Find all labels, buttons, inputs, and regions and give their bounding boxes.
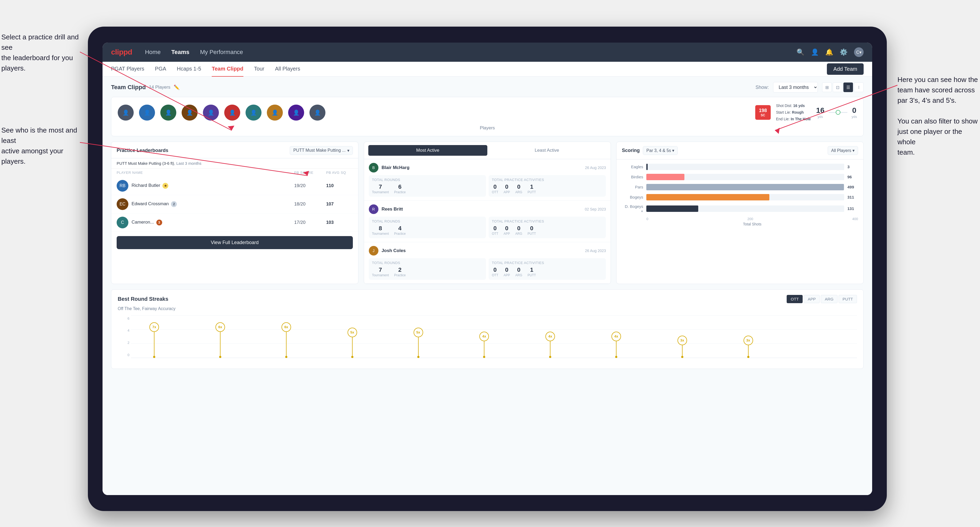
pin-marker-2: 6x [282, 322, 291, 358]
lb-avatar-3: C [117, 217, 128, 229]
lb-avg-2: 107 [326, 202, 353, 207]
pin-marker-3: 5x [347, 328, 357, 358]
show-select[interactable]: Last 3 months Last 6 months Last year [773, 82, 818, 93]
bar-row-bogeys: Bogeys 311 [622, 194, 858, 200]
annotation-top-left: Select a practice drill and seethe leade… [2, 32, 81, 73]
subnav-all-players[interactable]: All Players [275, 62, 300, 77]
players-label: Players [118, 125, 857, 131]
view-list-icon[interactable]: ☰ [843, 83, 853, 92]
scoring-header: Scoring Par 3, 4 & 5s ▾ All Players ▾ [616, 142, 863, 159]
nav-item-performance[interactable]: My Performance [200, 46, 243, 58]
tab-least-active[interactable]: Least Active [487, 145, 606, 156]
view-full-leaderboard-button[interactable]: View Full Leaderboard [117, 236, 353, 249]
pin-marker-6: 4x [546, 332, 555, 358]
lb-name-3: Cameron... [132, 220, 154, 225]
pin-markers: 7x 6x 6x 5x 5x 4x 4x 4x 3x 3x [131, 316, 857, 358]
activity-player-row-2: R Rees Britt 02 Sep 2023 [369, 205, 606, 214]
toggle-tabs: Most Active Least Active [364, 142, 611, 159]
team-title: Team Clippd 14 Players ✏️ [111, 84, 180, 91]
lb-row-1: RB Richard Butler ★ 19/20 110 [111, 177, 358, 195]
activity-player-2: R Rees Britt 02 Sep 2023 Total Rounds 8 [364, 201, 611, 242]
player-avatar-9[interactable]: 👤 [288, 105, 304, 121]
player-avatar-8[interactable]: 👤 [267, 105, 283, 121]
act-rounds-vals-1: 7 Tournament 6 Practice [372, 183, 483, 194]
streaks-filter-ott[interactable]: OTT [787, 295, 803, 303]
player-avatar-1[interactable]: 👤 [118, 105, 134, 121]
act-stats-2: Total Rounds 8 Tournament 4 Practice [369, 217, 606, 238]
activity-player-row-1: B Blair McHarg 26 Aug 2023 [369, 163, 606, 173]
bar-chart: Eagles 3 Birdies 96 Pars 499 Bogeys 311 … [616, 159, 863, 230]
pin-marker-4: 5x [414, 328, 423, 358]
act-activities-group-3: Total Practice Activities 0 OTT 0 APP [488, 258, 606, 280]
avatar[interactable]: C▾ [854, 48, 864, 57]
subnav-team-clippd[interactable]: Team Clippd [212, 62, 243, 77]
player-avatar-4[interactable]: 👤 [181, 105, 197, 121]
act-avatar-2: R [369, 205, 379, 214]
nav-item-home[interactable]: Home [145, 46, 161, 58]
player-avatar-2[interactable]: 👤 [139, 105, 155, 121]
navbar: clippd Home Teams My Performance 🔍 👤 🔔 ⚙… [103, 43, 872, 62]
lb-badge-2: 2 [171, 201, 177, 207]
lb-avatar-1: RB [117, 180, 128, 192]
main-content: Team Clippd 14 Players ✏️ Show: Last 3 m… [103, 77, 872, 495]
player-avatar-6[interactable]: 👤 [224, 105, 240, 121]
act-stats-3: Total Rounds 7 Tournament 2 Practice [369, 258, 606, 280]
tab-most-active[interactable]: Most Active [368, 145, 487, 156]
pin-marker-5: 4x [479, 332, 489, 358]
subnav-pgat[interactable]: PGAT Players [111, 62, 144, 77]
act-date-1: 26 Aug 2023 [585, 165, 606, 170]
leaderboard-filter[interactable]: PUTT Must Make Putting ... ▾ [290, 146, 353, 155]
lb-name-1: Richard Butler [132, 183, 160, 188]
search-icon[interactable]: 🔍 [797, 48, 805, 56]
bar-row-pars: Pars 499 [622, 184, 858, 190]
player-avatar-7[interactable]: 👤 [245, 105, 261, 121]
streaks-filter-putt[interactable]: PUTT [838, 295, 857, 303]
act-name-1: Blair McHarg [382, 165, 582, 170]
chart-x-axis: 0 200 400 [622, 217, 858, 221]
bell-icon[interactable]: 🔔 [825, 48, 833, 56]
scoring-filter-players[interactable]: All Players ▾ [828, 146, 858, 155]
chart-x-label: Total Shots [622, 222, 858, 226]
practice-leaderboard-card: Practice Leaderboards PUTT Must Make Put… [111, 141, 358, 284]
lb-player-1: RB Richard Butler ★ [117, 180, 294, 192]
view-grid-icon[interactable]: ⊞ [822, 83, 832, 92]
act-rounds-label-1: Total Rounds [372, 178, 483, 182]
lb-badge-1: ★ [162, 183, 168, 189]
view-grid2-icon[interactable]: ⊡ [833, 83, 842, 92]
activity-player-3: J Josh Coles 26 Aug 2023 Total Rounds 7 [364, 242, 611, 284]
player-avatar-10[interactable]: 👤 [309, 105, 325, 121]
leaderboard-title: Practice Leaderboards [117, 148, 168, 153]
view-icons: ⊞ ⊡ ☰ ⫶ [822, 83, 864, 92]
player-avatar-5[interactable]: 👤 [203, 105, 219, 121]
scoring-filter-par[interactable]: Par 3, 4 & 5s ▾ [643, 146, 678, 155]
user-icon[interactable]: 👤 [811, 48, 819, 56]
shot-right-val: 0 [852, 106, 857, 115]
player-avatar-3[interactable]: 👤 [160, 105, 176, 121]
lb-player-3: C Cameron... 3 [117, 217, 294, 229]
streaks-filter-app[interactable]: APP [804, 295, 820, 303]
pin-marker-1: 6x [215, 322, 225, 358]
lb-table-header: PLAYER NAME PB SCORE PB AVG SQ [111, 168, 358, 177]
lb-score-2: 18/20 [294, 202, 326, 207]
edit-icon[interactable]: ✏️ [173, 84, 180, 90]
pin-marker-8: 3x [678, 336, 687, 358]
pin-marker-0: 7x [150, 322, 159, 358]
show-label: Show: [756, 85, 769, 90]
view-settings-icon[interactable]: ⫶ [854, 83, 864, 92]
subnav-pga[interactable]: PGA [155, 62, 166, 77]
act-activities-group-1: Total Practice Activities 0 OTT 0 APP [488, 175, 606, 197]
team-header: Team Clippd 14 Players ✏️ Show: Last 3 m… [111, 82, 864, 93]
nav-item-teams[interactable]: Teams [171, 46, 189, 58]
streaks-section: Best Round Streaks OTT APP ARG PUTT Off … [111, 289, 864, 369]
add-team-button[interactable]: Add Team [827, 63, 864, 75]
streaks-filter-arg[interactable]: ARG [821, 295, 838, 303]
shot-left-val: 16 [816, 106, 824, 115]
subnav: PGAT Players PGA Hcaps 1-5 Team Clippd T… [103, 62, 872, 77]
subnav-tour[interactable]: Tour [254, 62, 264, 77]
subnav-hcaps[interactable]: Hcaps 1-5 [177, 62, 201, 77]
settings-icon[interactable]: ⚙️ [840, 48, 848, 56]
streaks-header: Best Round Streaks OTT APP ARG PUTT [118, 295, 857, 303]
chevron-down-icon: ▾ [347, 148, 349, 153]
activity-player-1: B Blair McHarg 26 Aug 2023 Total Rounds … [364, 159, 611, 201]
pin-marker-9: 3x [743, 336, 753, 358]
